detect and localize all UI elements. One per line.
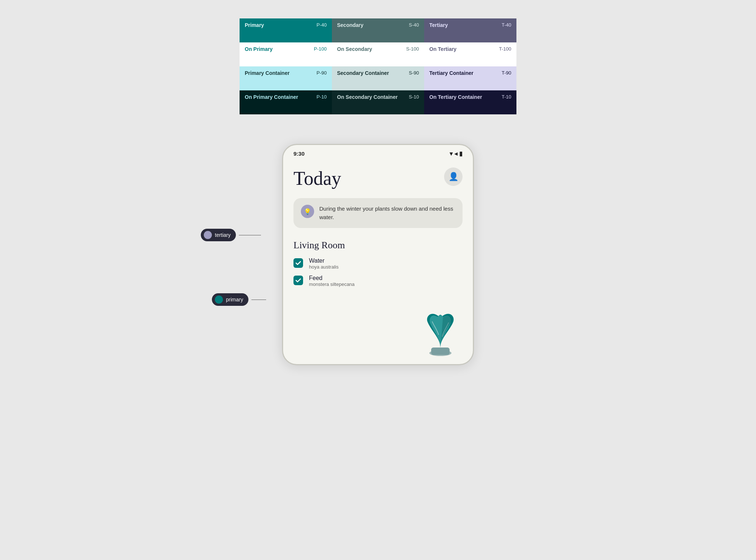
signal-icon: ◂ [454,150,457,157]
color-secondary-container-code: S-90 [409,70,419,76]
annotation-primary: primary [212,293,266,306]
task-list: Water hoya australis Feed monstera silte… [293,257,463,287]
color-primary-code: P-40 [317,22,327,28]
page-title: Today [293,167,341,189]
user-icon: 👤 [449,172,458,182]
color-on-primary-code: P-100 [314,46,327,52]
task-name-1: Water [309,257,339,264]
color-on-primary-label: On Primary [245,46,272,52]
color-on-tertiary-label: On Tertiary [429,46,457,52]
wifi-icon: ▾ [450,150,453,157]
color-on-primary: On Primary P-100 [240,42,332,66]
task-row-2: Feed monstera siltepecana [293,275,463,287]
tertiary-line [239,235,261,235]
status-bar: 9:30 ▾ ◂ ▮ [283,145,473,160]
color-secondary-container: Secondary Container S-90 [332,66,424,90]
task-row: Water hoya australis [293,257,463,270]
color-tertiary-container-code: T-90 [502,70,511,76]
task-sub-2: monstera siltepecana [309,281,355,287]
color-primary-container-label: Primary Container [245,70,289,76]
color-on-tertiary: On Tertiary T-100 [424,42,516,66]
task-text-1: Water hoya australis [309,257,339,270]
task-text-2: Feed monstera siltepecana [309,275,355,287]
color-on-secondary-label: On Secondary [337,46,372,52]
color-on-secondary-container: On Secondary Container S-10 [332,90,424,114]
color-on-secondary-code: S-100 [406,46,419,52]
section-title: Living Room [293,240,463,251]
color-on-secondary-container-code: S-10 [409,94,419,100]
tertiary-dot [204,231,212,239]
color-secondary: Secondary S-40 [332,18,424,42]
status-icons: ▾ ◂ ▮ [450,150,463,157]
color-on-primary-container-label: On Primary Container [245,94,298,100]
color-primary: Primary P-40 [240,18,332,42]
tip-icon: 💡 [301,205,314,218]
color-primary-container-code: P-90 [317,70,327,76]
primary-line [251,300,266,300]
plant-illustration [418,301,463,357]
color-grid: Primary P-40 Secondary S-40 Tertiary T-4… [240,18,516,114]
color-tertiary-label: Tertiary [429,22,448,28]
color-tertiary-container: Tertiary Container T-90 [424,66,516,90]
color-secondary-label: Secondary [337,22,364,28]
color-primary-container: Primary Container P-90 [240,66,332,90]
status-time: 9:30 [293,151,305,157]
color-on-secondary: On Secondary S-100 [332,42,424,66]
task-sub-1: hoya australis [309,264,339,270]
color-primary-label: Primary [245,22,264,28]
color-tertiary-code: T-40 [502,22,511,28]
task-checkbox-1[interactable] [293,258,303,268]
phone-header: Today 👤 [293,167,463,189]
color-on-tertiary-code: T-100 [499,46,511,52]
phone-content: Today 👤 💡 During the winter your plants … [283,160,473,298]
color-tertiary: Tertiary T-40 [424,18,516,42]
battery-icon: ▮ [459,150,463,157]
color-on-tertiary-container-code: T-10 [502,94,511,100]
phone-frame: 9:30 ▾ ◂ ▮ Today 👤 💡 During the winter y… [282,144,474,365]
color-on-tertiary-container-label: On Tertiary Container [429,94,482,100]
color-on-primary-container-code: P-10 [317,94,327,100]
avatar-button[interactable]: 👤 [444,167,463,186]
task-checkbox-2[interactable] [293,276,303,285]
tertiary-pill: tertiary [201,229,236,241]
phone-mockup: tertiary primary 9:30 ▾ ◂ ▮ Today 👤 [282,144,474,365]
primary-label: primary [226,297,243,303]
annotation-tertiary: tertiary [201,229,261,241]
color-on-tertiary-container: On Tertiary Container T-10 [424,90,516,114]
tertiary-label: tertiary [215,232,231,238]
color-secondary-container-label: Secondary Container [337,70,389,76]
svg-rect-1 [431,348,450,355]
color-on-secondary-container-label: On Secondary Container [337,94,398,100]
primary-pill: primary [212,293,248,306]
color-on-primary-container: On Primary Container P-10 [240,90,332,114]
primary-dot [215,295,223,304]
tip-card: 💡 During the winter your plants slow dow… [293,198,463,228]
task-name-2: Feed [309,275,355,281]
tip-text: During the winter your plants slow down … [319,205,455,221]
color-secondary-code: S-40 [409,22,419,28]
color-tertiary-container-label: Tertiary Container [429,70,474,76]
